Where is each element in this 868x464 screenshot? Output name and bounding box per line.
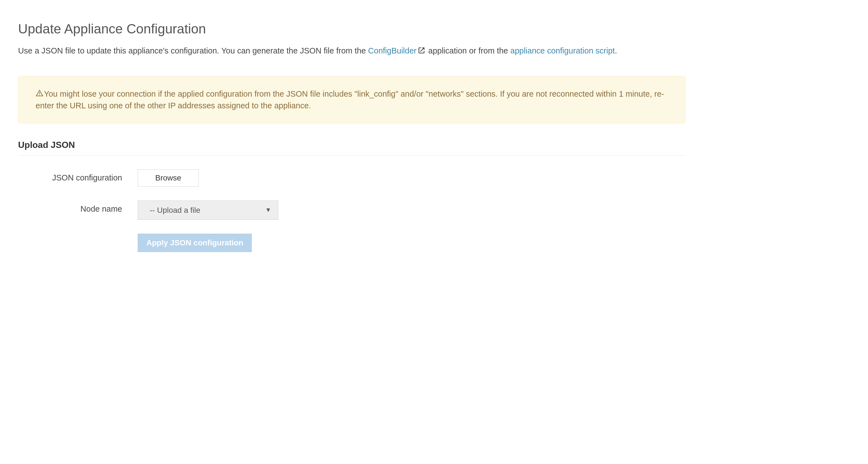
intro-text-1: Use a JSON file to update this appliance… [18,46,368,55]
intro-text-2: application or from the [426,46,510,55]
apply-json-configuration-button[interactable]: Apply JSON configuration [138,234,252,252]
node-name-select[interactable]: -- Upload a file ▼ [138,201,278,220]
node-name-label: Node name [18,201,138,214]
configbuilder-link[interactable]: ConfigBuilder [368,46,426,55]
external-link-icon [417,46,425,54]
submit-row: Apply JSON configuration [18,234,850,252]
warning-alert: You might lose your connection if the ap… [18,76,686,123]
json-config-row: JSON configuration Browse [18,169,850,186]
page-title: Update Appliance Configuration [18,20,850,38]
warning-icon [36,89,43,96]
chevron-down-icon: ▼ [265,206,271,214]
appliance-config-script-link[interactable]: appliance configuration script [510,46,615,55]
intro-text-3: . [615,46,617,55]
svg-point-1 [39,94,40,95]
warning-text: You might lose your connection if the ap… [36,88,668,111]
node-name-selected-value: -- Upload a file [150,205,200,215]
upload-json-heading: Upload JSON [18,139,686,155]
node-name-row: Node name -- Upload a file ▼ [18,201,850,220]
json-config-label: JSON configuration [18,169,138,183]
intro-paragraph: Use a JSON file to update this appliance… [18,45,811,57]
browse-button[interactable]: Browse [138,169,199,186]
